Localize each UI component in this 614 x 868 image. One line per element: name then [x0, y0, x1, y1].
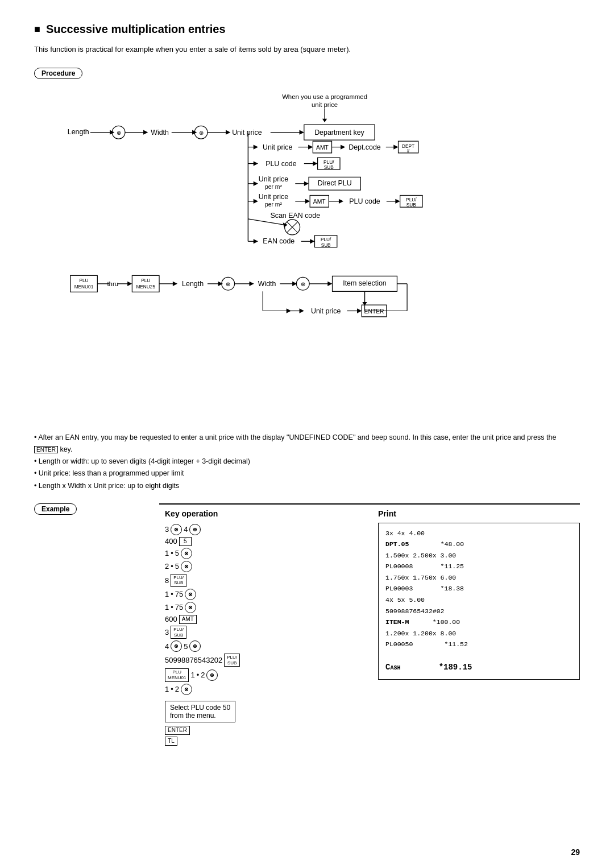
svg-text:Unit price: Unit price [263, 143, 292, 151]
key-entry-tl: TL [165, 737, 367, 746]
svg-text:ENTER: ENTER [364, 308, 384, 314]
key-entry-1: 3 ⊗ 4 ⊗ [165, 524, 367, 535]
svg-text:Width: Width [258, 280, 276, 288]
key-entry-8: 600 AMT [165, 615, 367, 624]
svg-marker-109 [250, 281, 254, 286]
svg-text:Direct PLU: Direct PLU [318, 179, 352, 187]
svg-marker-50 [254, 181, 258, 185]
key-entry-7: 1 • 75 ⊗ [165, 602, 367, 613]
svg-marker-97 [127, 281, 132, 286]
svg-text:AMT: AMT [316, 144, 329, 150]
svg-text:unit price: unit price [312, 101, 338, 108]
svg-text:SUB: SUB [321, 242, 331, 247]
svg-text:PLU: PLU [141, 278, 150, 283]
svg-marker-28 [308, 144, 313, 149]
svg-text:Length: Length [68, 127, 89, 135]
svg-text:PLU code: PLU code [265, 159, 297, 167]
key-entry-select: Select PLU code 50from the menu. [165, 698, 367, 724]
svg-text:Scan EAN code: Scan EAN code [270, 211, 320, 219]
svg-text:PLU: PLU [79, 278, 88, 283]
example-col: Example [34, 503, 159, 515]
svg-marker-10 [143, 130, 148, 134]
svg-marker-54 [304, 181, 309, 185]
print-col: Print 3x 4x 4.00 DPT.05 *48.00 1.500x 2.… [367, 503, 580, 680]
svg-marker-127 [357, 308, 362, 313]
svg-marker-59 [254, 199, 258, 203]
intro-text: This function is practical for example w… [34, 44, 580, 55]
svg-text:per m²: per m² [265, 201, 282, 208]
svg-marker-35 [393, 144, 398, 149]
svg-text:⊗: ⊗ [117, 129, 121, 135]
example-badge: Example [34, 503, 77, 515]
svg-text:#: # [407, 148, 410, 153]
svg-marker-25 [254, 144, 258, 149]
bottom-section: Example Key operation 3 ⊗ 4 ⊗ 400 5 1 • … [34, 503, 580, 747]
key-entry-6: 1 • 75 ⊗ [165, 589, 367, 600]
svg-marker-124 [300, 308, 304, 313]
svg-marker-116 [327, 281, 332, 286]
key-entry-11: 50998876543202 PLU/SUB [165, 654, 367, 667]
svg-text:Dept.code: Dept.code [349, 143, 381, 151]
print-title: Print [378, 509, 580, 518]
key-entry-4: 2 • 5 ⊗ [165, 561, 367, 572]
svg-text:⊗: ⊗ [199, 129, 204, 135]
key-op-title: Key operation [165, 509, 367, 518]
svg-marker-67 [339, 199, 343, 203]
key-entry-3: 1 • 5 ⊗ [165, 548, 367, 559]
cash-line: Cash *189.15 [385, 661, 572, 675]
svg-marker-32 [341, 144, 345, 149]
svg-text:⊗: ⊗ [301, 281, 305, 287]
svg-text:Length: Length [182, 280, 204, 288]
svg-text:Unit price: Unit price [232, 128, 262, 136]
procedure-badge: Procedure [34, 68, 82, 79]
svg-text:EAN code: EAN code [263, 237, 294, 245]
svg-line-76 [248, 218, 284, 224]
svg-text:Department key: Department key [314, 128, 364, 136]
key-entry-2: 400 5 [165, 537, 367, 546]
svg-text:Width: Width [151, 128, 169, 136]
svg-text:thru: thru [107, 280, 118, 287]
key-entry-12: PLUMENU01 1 • 2 ⊗ [165, 668, 367, 681]
key-entry-13: 1 • 2 ⊗ [165, 684, 367, 695]
key-entry-5: 8 PLU/SUB [165, 574, 367, 587]
svg-marker-86 [310, 239, 314, 243]
svg-text:MENU01: MENU01 [74, 284, 94, 290]
key-entry-10: 4 ⊗ 5 ⊗ [165, 640, 367, 652]
diagram-area: When you use a programmed unit price ⊗ -… [34, 88, 580, 418]
svg-text:Item selection: Item selection [343, 279, 387, 287]
svg-marker-44 [313, 161, 317, 166]
svg-marker-70 [395, 199, 400, 203]
section-title: Successive multiplication entries [34, 23, 580, 36]
diagram-svg: When you use a programmed unit price ⊗ -… [34, 88, 580, 418]
svg-marker-134 [287, 308, 291, 313]
svg-marker-20 [300, 130, 304, 134]
svg-text:Unit price: Unit price [259, 175, 288, 183]
svg-marker-3 [322, 118, 327, 122]
key-entry-enter: ENTER [165, 726, 367, 735]
select-box: Select PLU code 50from the menu. [165, 701, 235, 722]
svg-marker-83 [254, 239, 258, 243]
svg-text:PLU code: PLU code [349, 197, 380, 205]
svg-text:MENU25: MENU25 [136, 284, 155, 290]
svg-text:Unit price: Unit price [311, 307, 341, 315]
svg-marker-41 [254, 161, 258, 166]
svg-text:⊗: ⊗ [226, 281, 230, 287]
svg-text:SUB: SUB [406, 202, 416, 208]
svg-text:Unit price: Unit price [259, 192, 288, 200]
svg-text:per m²: per m² [265, 184, 282, 190]
page-number: 29 [571, 848, 580, 857]
svg-marker-63 [305, 199, 310, 203]
svg-text:PLU/: PLU/ [321, 237, 331, 242]
key-op-col: Key operation 3 ⊗ 4 ⊗ 400 5 1 • 5 ⊗ 2 • … [159, 503, 367, 747]
svg-text:When you use a programmed: When you use a programmed [282, 93, 367, 100]
svg-marker-102 [173, 281, 177, 286]
svg-text:PLU/: PLU/ [406, 197, 417, 202]
svg-text:PLU/: PLU/ [323, 159, 334, 164]
key-entry-9: 3 PLU/SUB [165, 626, 367, 639]
svg-marker-17 [226, 130, 230, 134]
print-box: 3x 4x 4.00 DPT.05 *48.00 1.500x 2.500x 3… [378, 523, 580, 680]
svg-text:AMT: AMT [313, 199, 326, 205]
svg-text:SUB: SUB [324, 164, 334, 170]
notes-section: • After an EAN entry, you may be request… [34, 432, 580, 492]
